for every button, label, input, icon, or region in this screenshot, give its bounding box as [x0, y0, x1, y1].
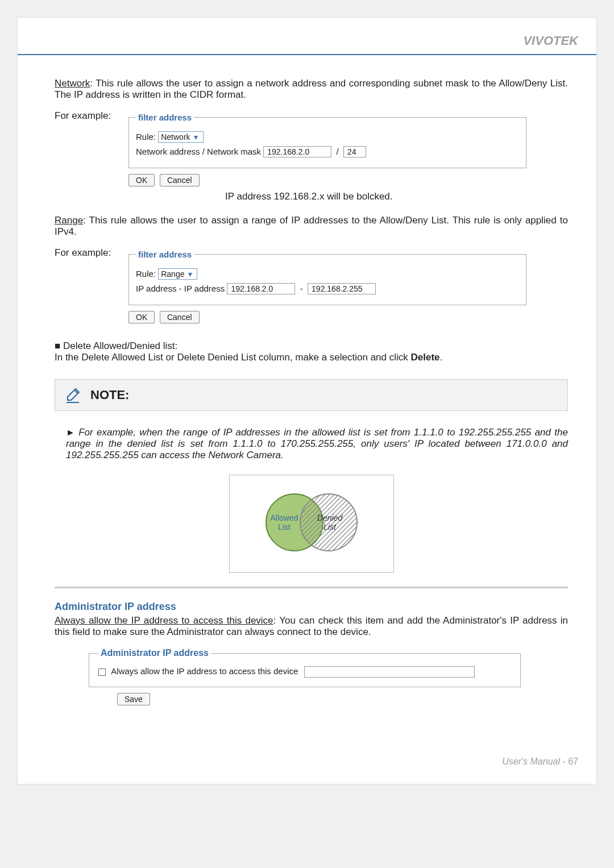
venn-denied-1: Denied [317, 513, 343, 522]
range-addr1-input[interactable]: 192.168.2.0 [227, 283, 295, 294]
filter-range-fieldset: filter address Rule: Range▾ IP address -… [128, 250, 526, 305]
filter-legend-2: filter address [136, 250, 194, 259]
range-addr2-input[interactable]: 192.168.2.255 [308, 283, 376, 294]
bullet-icon: ■ [55, 340, 60, 351]
admin-legend: Administrator IP address [98, 648, 211, 658]
header-rule [18, 54, 596, 55]
network-label: Network [55, 78, 90, 89]
rule-select-network[interactable]: Network▾ [158, 131, 203, 143]
chevron-down-icon: ▾ [185, 269, 194, 279]
chevron-down-icon: ▾ [192, 132, 201, 142]
cancel-button-1[interactable]: Cancel [160, 174, 200, 186]
always-allow-label: Always allow the IP address to access th… [111, 666, 298, 676]
rule-label-1: Rule: [136, 132, 156, 142]
arrow-icon: ► [66, 427, 75, 437]
rule-label-2: Rule: [136, 269, 156, 279]
always-allow-checkbox[interactable] [98, 668, 106, 676]
venn-allowed-1: Allowed [270, 513, 298, 522]
network-callout: IP address 192.168.2.x will be bolcked. [225, 191, 568, 202]
pencil-icon [63, 385, 82, 405]
venn-denied-2: List [323, 522, 337, 531]
network-address-input[interactable]: 192.168.2.0 [263, 146, 331, 157]
admin-heading: Administrator IP address [55, 601, 568, 613]
range-field-label: IP address - IP address [136, 284, 225, 293]
note-title: NOTE: [90, 388, 129, 402]
network-paragraph: Network: This rule allows the user to as… [55, 78, 568, 101]
brand: VIVOTEK [18, 18, 596, 54]
admin-fieldset: Administrator IP address Always allow th… [89, 648, 521, 687]
filter-network-fieldset: filter address Rule: Network▾ Network ad… [128, 113, 526, 168]
ok-button-1[interactable]: OK [128, 174, 155, 186]
range-label: Range [55, 215, 83, 226]
network-mask-input[interactable]: 24 [343, 146, 366, 157]
dash: - [300, 284, 303, 293]
cancel-button-2[interactable]: Cancel [160, 311, 200, 323]
slash: / [337, 147, 339, 156]
ok-button-2[interactable]: OK [128, 311, 155, 323]
note-body: ► For example, when the range of IP addr… [55, 427, 568, 461]
section-divider [55, 587, 568, 588]
delete-section: ■ Delete Allowed/Denied list: In the Del… [55, 340, 568, 363]
network-field-label: Network address / Network mask [136, 147, 261, 156]
filter-legend-1: filter address [136, 113, 194, 122]
example-label-2: For example: [55, 247, 128, 259]
note-box: NOTE: [55, 379, 568, 411]
save-button[interactable]: Save [117, 693, 150, 705]
footer: User's Manual - 67 [18, 705, 596, 767]
example-label-1: For example: [55, 110, 128, 122]
admin-paragraph: Always allow the IP address to access th… [55, 615, 568, 638]
venn-allowed-2: List [278, 522, 291, 531]
range-paragraph: Range: This rule allows the user to assi… [55, 215, 568, 238]
rule-select-range[interactable]: Range▾ [158, 268, 197, 280]
venn-diagram: Allowed List Denied List [55, 475, 568, 573]
admin-ip-input[interactable] [304, 666, 475, 678]
